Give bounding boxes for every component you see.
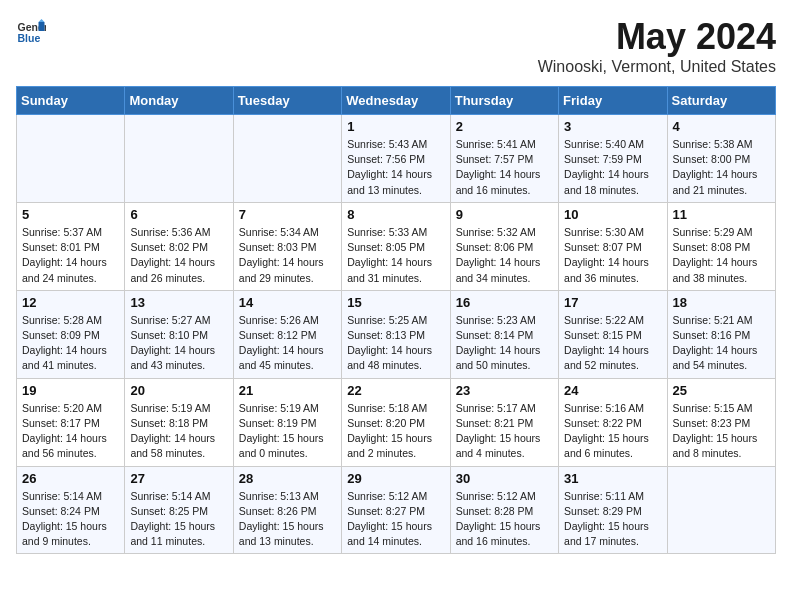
day-info: Sunrise: 5:11 AM Sunset: 8:29 PM Dayligh… <box>564 489 661 550</box>
day-number: 26 <box>22 471 119 486</box>
day-number: 10 <box>564 207 661 222</box>
day-number: 1 <box>347 119 444 134</box>
day-cell: 19Sunrise: 5:20 AM Sunset: 8:17 PM Dayli… <box>17 378 125 466</box>
day-number: 31 <box>564 471 661 486</box>
weekday-header-tuesday: Tuesday <box>233 87 341 115</box>
calendar-title: May 2024 <box>538 16 776 58</box>
day-number: 2 <box>456 119 553 134</box>
day-number: 11 <box>673 207 770 222</box>
day-cell: 26Sunrise: 5:14 AM Sunset: 8:24 PM Dayli… <box>17 466 125 554</box>
day-number: 23 <box>456 383 553 398</box>
day-info: Sunrise: 5:23 AM Sunset: 8:14 PM Dayligh… <box>456 313 553 374</box>
week-row-2: 5Sunrise: 5:37 AM Sunset: 8:01 PM Daylig… <box>17 202 776 290</box>
day-info: Sunrise: 5:29 AM Sunset: 8:08 PM Dayligh… <box>673 225 770 286</box>
day-cell: 18Sunrise: 5:21 AM Sunset: 8:16 PM Dayli… <box>667 290 775 378</box>
day-info: Sunrise: 5:14 AM Sunset: 8:24 PM Dayligh… <box>22 489 119 550</box>
week-row-3: 12Sunrise: 5:28 AM Sunset: 8:09 PM Dayli… <box>17 290 776 378</box>
day-cell: 27Sunrise: 5:14 AM Sunset: 8:25 PM Dayli… <box>125 466 233 554</box>
day-info: Sunrise: 5:17 AM Sunset: 8:21 PM Dayligh… <box>456 401 553 462</box>
weekday-header-monday: Monday <box>125 87 233 115</box>
day-info: Sunrise: 5:22 AM Sunset: 8:15 PM Dayligh… <box>564 313 661 374</box>
day-number: 22 <box>347 383 444 398</box>
day-info: Sunrise: 5:38 AM Sunset: 8:00 PM Dayligh… <box>673 137 770 198</box>
day-number: 25 <box>673 383 770 398</box>
day-info: Sunrise: 5:25 AM Sunset: 8:13 PM Dayligh… <box>347 313 444 374</box>
day-info: Sunrise: 5:21 AM Sunset: 8:16 PM Dayligh… <box>673 313 770 374</box>
day-cell: 21Sunrise: 5:19 AM Sunset: 8:19 PM Dayli… <box>233 378 341 466</box>
day-info: Sunrise: 5:37 AM Sunset: 8:01 PM Dayligh… <box>22 225 119 286</box>
day-info: Sunrise: 5:27 AM Sunset: 8:10 PM Dayligh… <box>130 313 227 374</box>
day-number: 5 <box>22 207 119 222</box>
day-cell <box>233 115 341 203</box>
day-info: Sunrise: 5:33 AM Sunset: 8:05 PM Dayligh… <box>347 225 444 286</box>
svg-text:Blue: Blue <box>18 32 41 44</box>
day-cell: 2Sunrise: 5:41 AM Sunset: 7:57 PM Daylig… <box>450 115 558 203</box>
day-cell: 30Sunrise: 5:12 AM Sunset: 8:28 PM Dayli… <box>450 466 558 554</box>
day-info: Sunrise: 5:40 AM Sunset: 7:59 PM Dayligh… <box>564 137 661 198</box>
day-number: 16 <box>456 295 553 310</box>
day-info: Sunrise: 5:36 AM Sunset: 8:02 PM Dayligh… <box>130 225 227 286</box>
day-cell: 5Sunrise: 5:37 AM Sunset: 8:01 PM Daylig… <box>17 202 125 290</box>
day-number: 21 <box>239 383 336 398</box>
day-cell: 11Sunrise: 5:29 AM Sunset: 8:08 PM Dayli… <box>667 202 775 290</box>
day-number: 17 <box>564 295 661 310</box>
day-number: 30 <box>456 471 553 486</box>
day-number: 13 <box>130 295 227 310</box>
logo-icon: General Blue <box>16 16 46 46</box>
day-cell: 17Sunrise: 5:22 AM Sunset: 8:15 PM Dayli… <box>559 290 667 378</box>
day-number: 18 <box>673 295 770 310</box>
day-cell: 31Sunrise: 5:11 AM Sunset: 8:29 PM Dayli… <box>559 466 667 554</box>
day-info: Sunrise: 5:12 AM Sunset: 8:27 PM Dayligh… <box>347 489 444 550</box>
day-cell: 12Sunrise: 5:28 AM Sunset: 8:09 PM Dayli… <box>17 290 125 378</box>
day-cell: 23Sunrise: 5:17 AM Sunset: 8:21 PM Dayli… <box>450 378 558 466</box>
day-info: Sunrise: 5:43 AM Sunset: 7:56 PM Dayligh… <box>347 137 444 198</box>
day-number: 4 <box>673 119 770 134</box>
day-cell <box>667 466 775 554</box>
day-cell: 7Sunrise: 5:34 AM Sunset: 8:03 PM Daylig… <box>233 202 341 290</box>
weekday-header-saturday: Saturday <box>667 87 775 115</box>
day-info: Sunrise: 5:32 AM Sunset: 8:06 PM Dayligh… <box>456 225 553 286</box>
day-cell: 29Sunrise: 5:12 AM Sunset: 8:27 PM Dayli… <box>342 466 450 554</box>
day-cell: 3Sunrise: 5:40 AM Sunset: 7:59 PM Daylig… <box>559 115 667 203</box>
day-number: 7 <box>239 207 336 222</box>
day-number: 14 <box>239 295 336 310</box>
week-row-5: 26Sunrise: 5:14 AM Sunset: 8:24 PM Dayli… <box>17 466 776 554</box>
weekday-header-row: SundayMondayTuesdayWednesdayThursdayFrid… <box>17 87 776 115</box>
day-cell: 10Sunrise: 5:30 AM Sunset: 8:07 PM Dayli… <box>559 202 667 290</box>
day-number: 6 <box>130 207 227 222</box>
day-info: Sunrise: 5:13 AM Sunset: 8:26 PM Dayligh… <box>239 489 336 550</box>
day-cell: 24Sunrise: 5:16 AM Sunset: 8:22 PM Dayli… <box>559 378 667 466</box>
day-cell: 8Sunrise: 5:33 AM Sunset: 8:05 PM Daylig… <box>342 202 450 290</box>
day-info: Sunrise: 5:26 AM Sunset: 8:12 PM Dayligh… <box>239 313 336 374</box>
calendar-table: SundayMondayTuesdayWednesdayThursdayFrid… <box>16 86 776 554</box>
day-cell <box>17 115 125 203</box>
weekday-header-thursday: Thursday <box>450 87 558 115</box>
day-number: 24 <box>564 383 661 398</box>
day-cell: 13Sunrise: 5:27 AM Sunset: 8:10 PM Dayli… <box>125 290 233 378</box>
day-cell: 14Sunrise: 5:26 AM Sunset: 8:12 PM Dayli… <box>233 290 341 378</box>
day-info: Sunrise: 5:18 AM Sunset: 8:20 PM Dayligh… <box>347 401 444 462</box>
day-info: Sunrise: 5:19 AM Sunset: 8:18 PM Dayligh… <box>130 401 227 462</box>
day-cell: 20Sunrise: 5:19 AM Sunset: 8:18 PM Dayli… <box>125 378 233 466</box>
week-row-4: 19Sunrise: 5:20 AM Sunset: 8:17 PM Dayli… <box>17 378 776 466</box>
day-info: Sunrise: 5:14 AM Sunset: 8:25 PM Dayligh… <box>130 489 227 550</box>
page-header: General Blue May 2024 Winooski, Vermont,… <box>16 16 776 76</box>
day-number: 27 <box>130 471 227 486</box>
day-cell: 25Sunrise: 5:15 AM Sunset: 8:23 PM Dayli… <box>667 378 775 466</box>
day-cell: 15Sunrise: 5:25 AM Sunset: 8:13 PM Dayli… <box>342 290 450 378</box>
day-number: 29 <box>347 471 444 486</box>
title-block: May 2024 Winooski, Vermont, United State… <box>538 16 776 76</box>
day-cell: 6Sunrise: 5:36 AM Sunset: 8:02 PM Daylig… <box>125 202 233 290</box>
day-cell: 22Sunrise: 5:18 AM Sunset: 8:20 PM Dayli… <box>342 378 450 466</box>
day-cell: 4Sunrise: 5:38 AM Sunset: 8:00 PM Daylig… <box>667 115 775 203</box>
weekday-header-wednesday: Wednesday <box>342 87 450 115</box>
day-number: 3 <box>564 119 661 134</box>
day-cell <box>125 115 233 203</box>
day-info: Sunrise: 5:41 AM Sunset: 7:57 PM Dayligh… <box>456 137 553 198</box>
svg-marker-2 <box>39 22 45 31</box>
logo: General Blue <box>16 16 46 46</box>
day-info: Sunrise: 5:12 AM Sunset: 8:28 PM Dayligh… <box>456 489 553 550</box>
week-row-1: 1Sunrise: 5:43 AM Sunset: 7:56 PM Daylig… <box>17 115 776 203</box>
day-info: Sunrise: 5:15 AM Sunset: 8:23 PM Dayligh… <box>673 401 770 462</box>
calendar-subtitle: Winooski, Vermont, United States <box>538 58 776 76</box>
